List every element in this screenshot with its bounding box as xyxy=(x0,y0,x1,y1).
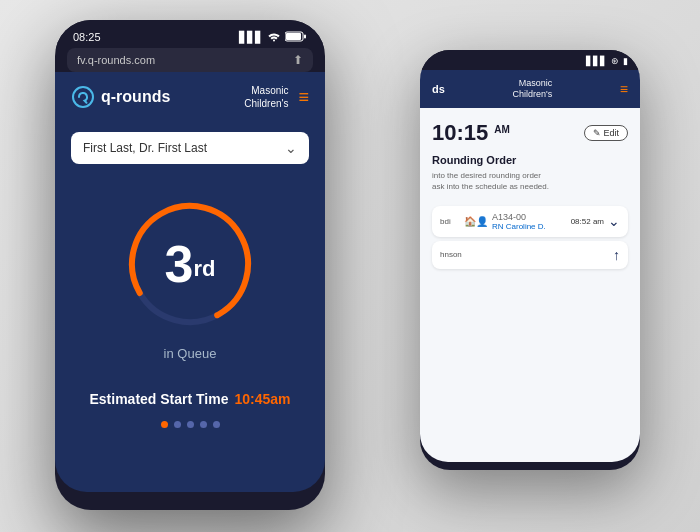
front-header-right: Masonic Children's ≡ xyxy=(244,84,309,110)
pagination-dots xyxy=(55,421,325,428)
front-logo-text: q-rounds xyxy=(101,88,170,106)
dot-1[interactable] xyxy=(161,421,168,428)
svg-point-3 xyxy=(73,87,93,107)
back-menu-icon[interactable]: ≡ xyxy=(620,81,628,97)
dot-2[interactable] xyxy=(174,421,181,428)
status-icons: ▋▋▋ xyxy=(239,30,307,44)
back-hospital-name: Masonic Children's xyxy=(512,78,552,100)
patient-room: A134-00 xyxy=(492,212,567,222)
back-app-header: ds Masonic Children's ≡ xyxy=(420,70,640,108)
url-bar: fv.q-rounds.com ⬆ xyxy=(67,48,313,72)
time-row: 10:15 AM ✎ Edit xyxy=(432,116,628,146)
patient2-arrow-icon[interactable]: ↑ xyxy=(613,247,620,263)
patient-row: bdi 🏠👤 A134-00 RN Caroline D. 08:52 am ⌄ xyxy=(432,206,628,237)
back-content-area: 10:15 AM ✎ Edit Rounding Order + Break i… xyxy=(420,108,640,277)
time-display: 10:15 xyxy=(432,120,488,146)
back-wifi-icon: ⊛ xyxy=(611,56,619,66)
estimated-time-row: Estimated Start Time 10:45am xyxy=(55,391,325,407)
patient-icons: 🏠👤 xyxy=(464,216,488,227)
queue-number: 3 xyxy=(165,235,194,293)
back-status-bar: ▋▋▋ ⊛ ▮ xyxy=(420,50,640,70)
q-rounds-logo-icon xyxy=(71,85,95,109)
estimated-time: 10:45am xyxy=(234,391,290,407)
svg-rect-2 xyxy=(304,34,306,38)
dot-4[interactable] xyxy=(200,421,207,428)
share-icon[interactable]: ⬆ xyxy=(293,53,303,67)
physician-name: First Last, Dr. First Last xyxy=(83,141,207,155)
front-status-bar: 08:25 ▋▋▋ xyxy=(55,20,325,48)
front-header: q-rounds Masonic Children's ≡ xyxy=(55,72,325,122)
front-time: 08:25 xyxy=(73,31,101,43)
front-hospital-name: Masonic Children's xyxy=(244,84,288,110)
svg-rect-1 xyxy=(286,33,301,40)
scene: ▋▋▋ ⊛ ▮ ds Masonic Children's ≡ 10:15 AM… xyxy=(0,0,700,532)
queue-circle: 3rd xyxy=(120,194,260,334)
queue-section: 3rd in Queue xyxy=(55,174,325,371)
patient-expand-icon[interactable]: ⌄ xyxy=(608,213,620,229)
section-title: Rounding Order xyxy=(432,154,628,166)
front-app-content: q-rounds Masonic Children's ≡ First Last… xyxy=(55,72,325,492)
patient-time: 08:52 am xyxy=(571,217,604,226)
edit-button[interactable]: ✎ Edit xyxy=(584,125,628,141)
queue-number-area: 3rd xyxy=(165,238,216,290)
dot-3[interactable] xyxy=(187,421,194,428)
back-signal-icon: ▋▋▋ xyxy=(586,56,607,66)
patient-name-prefix: bdi xyxy=(440,217,460,226)
back-app-screen: ds Masonic Children's ≡ 10:15 AM ✎ Edit … xyxy=(420,70,640,462)
phone-back: ▋▋▋ ⊛ ▮ ds Masonic Children's ≡ 10:15 AM… xyxy=(420,50,640,470)
time-am: AM xyxy=(494,124,510,135)
front-logo: q-rounds xyxy=(71,85,170,109)
patient2-name-prefix: hnson xyxy=(440,250,462,259)
front-battery-icon xyxy=(285,31,307,44)
patient-nurse: RN Caroline D. xyxy=(492,222,567,231)
dot-5[interactable] xyxy=(213,421,220,428)
physician-dropdown[interactable]: First Last, Dr. First Last ⌄ xyxy=(71,132,309,164)
front-wifi-icon xyxy=(267,30,281,44)
patient-row2: hnson ↑ xyxy=(432,241,628,269)
back-battery-icon: ▮ xyxy=(623,56,628,66)
front-signal-icon: ▋▋▋ xyxy=(239,31,263,44)
front-menu-icon[interactable]: ≡ xyxy=(298,87,309,108)
estimated-label: Estimated Start Time xyxy=(89,391,228,407)
phone-front: 08:25 ▋▋▋ fv.q-rounds.com xyxy=(55,20,325,510)
chevron-down-icon: ⌄ xyxy=(285,140,297,156)
queue-suffix: rd xyxy=(193,256,215,281)
url-text: fv.q-rounds.com xyxy=(77,54,155,66)
back-logo-text: ds xyxy=(432,83,445,95)
section-desc: into the desired rounding order ask into… xyxy=(432,170,628,192)
